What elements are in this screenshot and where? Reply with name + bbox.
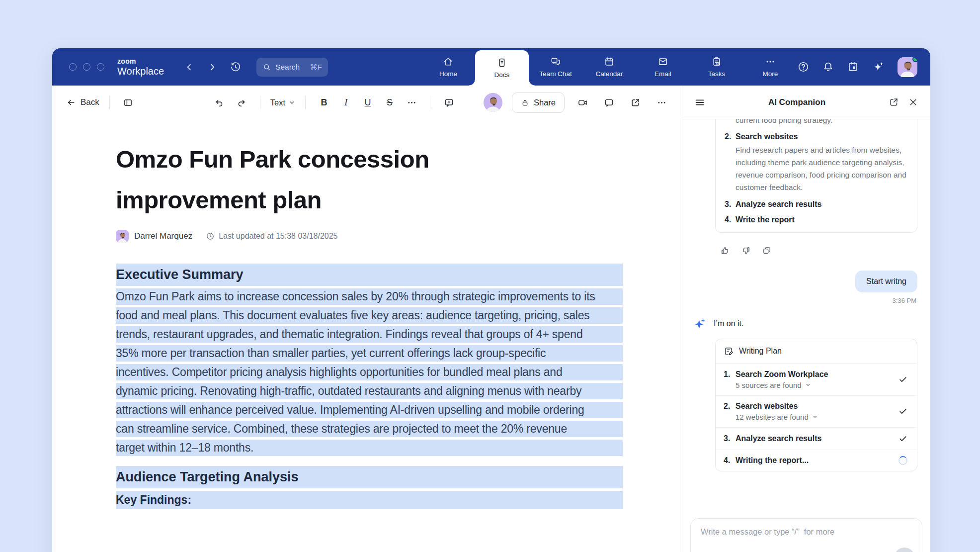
subheading-key-findings: Key Findings: [116, 491, 623, 509]
title-line-2: improvement plan [116, 186, 623, 215]
document-toolbar: Back Text [52, 86, 682, 119]
paragraph-line: 35% more per transaction than smaller pa… [116, 345, 623, 362]
ai-conversation-scroll[interactable]: current food pricing strategy. 2. Search… [682, 119, 930, 510]
window-maximize-button[interactable] [97, 63, 104, 71]
plan-item-subtext: 5 sources are found [735, 381, 802, 389]
redo-icon[interactable] [233, 94, 250, 111]
tab-more[interactable]: More [743, 48, 797, 86]
history-icon[interactable] [230, 61, 242, 73]
tab-tasks[interactable]: Tasks [690, 48, 743, 86]
formatting-tools: Text B I U S [211, 94, 457, 111]
tab-label: Email [654, 70, 671, 78]
tasks-icon [711, 56, 722, 67]
plan-item: 4. Writing the report... [716, 450, 917, 471]
history-navigation [185, 63, 217, 72]
more-actions-icon[interactable] [653, 94, 670, 111]
thumbs-up-icon[interactable] [720, 246, 730, 256]
toggle-sidebar-icon[interactable] [120, 94, 137, 111]
italic-button[interactable]: I [337, 94, 354, 111]
writing-plan-title: Writing Plan [739, 347, 782, 356]
search-icon [262, 63, 271, 72]
collaborator-avatar[interactable] [484, 93, 502, 112]
ai-companion-sparkle-icon[interactable] [872, 60, 885, 74]
strikethrough-button[interactable]: S [381, 94, 398, 111]
calendar-today-icon[interactable] [847, 61, 859, 73]
step-title: Write the report [735, 215, 795, 224]
nav-forward-icon[interactable] [208, 63, 217, 72]
last-updated: Last updated at 15:38 03/18/2025 [206, 232, 337, 241]
plan-item-sources[interactable]: 12 websites are found [735, 413, 897, 421]
copy-icon[interactable] [762, 246, 772, 256]
writing-plan-card: Writing Plan 1. Search Zoom Workplace 5 … [715, 339, 917, 471]
user-message-bubble: Start writng [855, 271, 917, 292]
document-body[interactable]: Omzo Fun Park concession improvement pla… [116, 145, 623, 509]
help-icon[interactable] [797, 61, 810, 73]
notifications-bell-icon[interactable] [822, 61, 834, 73]
tab-team-chat[interactable]: Team Chat [529, 48, 582, 86]
plan-item: 2. Search websites 12 websites are found [716, 396, 917, 428]
zoom-workplace-logo: zoom Workplace [117, 58, 164, 76]
app-window: zoom Workplace Search ⌘F Home [52, 48, 930, 552]
tab-label: Tasks [708, 70, 726, 78]
paragraph-line: Omzo Fun Park aims to increase concessio… [116, 288, 623, 305]
writing-plan-header: Writing Plan [716, 339, 917, 364]
tab-home[interactable]: Home [421, 48, 475, 86]
step-title: Search websites [735, 132, 798, 141]
plan-item-title: Search websites [735, 402, 798, 411]
video-meeting-icon[interactable] [574, 94, 591, 111]
share-button[interactable]: Share [512, 92, 565, 113]
author-avatar [116, 230, 129, 243]
undo-icon[interactable] [211, 94, 228, 111]
menu-hamburger-icon[interactable] [694, 97, 705, 108]
presence-indicator [912, 57, 917, 62]
logo-workplace-text: Workplace [117, 66, 164, 76]
send-button[interactable] [894, 548, 915, 552]
toolbar-divider [430, 96, 430, 109]
loading-spinner [897, 456, 909, 465]
plan-step: 2. Search websites Find research papers … [725, 132, 908, 193]
step-number: 4. [725, 215, 735, 224]
nav-back-icon[interactable] [185, 63, 194, 72]
ai-message-composer[interactable] [690, 518, 922, 552]
user-avatar[interactable] [898, 57, 917, 77]
bold-button[interactable]: B [316, 94, 332, 111]
plan-item-sources[interactable]: 5 sources are found [735, 381, 897, 389]
chat-icon[interactable] [600, 94, 617, 111]
assistant-intro-text: I’m on it. [714, 317, 743, 328]
window-close-button[interactable] [69, 63, 77, 71]
pop-out-icon[interactable] [889, 97, 899, 107]
ai-companion-panel: AI Companion current food pricing strate… [682, 86, 930, 552]
search-placeholder: Search [275, 63, 300, 72]
tab-label: Docs [494, 71, 510, 79]
paragraph-line: food and meal plans. This document evalu… [116, 307, 623, 324]
ai-sparkle-icon [693, 317, 707, 331]
step-number: 3. [725, 200, 735, 209]
calendar-icon [604, 56, 615, 67]
close-icon[interactable] [908, 97, 918, 107]
toolbar-divider [305, 96, 306, 109]
underline-button[interactable]: U [359, 94, 376, 111]
window-minimize-button[interactable] [83, 63, 90, 71]
search-input[interactable]: Search ⌘F [256, 58, 328, 77]
window-controls [69, 63, 104, 71]
tab-docs[interactable]: Docs [475, 50, 529, 86]
more-formatting-icon[interactable] [403, 94, 420, 111]
thumbs-down-icon[interactable] [741, 246, 751, 256]
plan-item-number: 4. [724, 456, 735, 465]
tab-label: More [763, 70, 778, 78]
message-input[interactable] [701, 527, 880, 537]
add-comment-icon[interactable] [440, 94, 457, 111]
chevron-down-icon [289, 99, 295, 106]
tab-calendar[interactable]: Calendar [582, 48, 636, 86]
plan-item-title: Analyze search results [735, 434, 821, 443]
search-shortcut: ⌘F [310, 63, 322, 72]
tab-email[interactable]: Email [636, 48, 690, 86]
docs-icon [496, 57, 507, 68]
back-button[interactable]: Back [66, 97, 99, 107]
plan-item-number: 2. [724, 402, 735, 411]
open-external-icon[interactable] [627, 94, 644, 111]
text-style-dropdown[interactable]: Text [270, 98, 295, 107]
plan-item-title: Writing the report... [735, 456, 809, 465]
check-icon [897, 434, 909, 444]
author-name: Darrel Marquez [134, 231, 192, 241]
